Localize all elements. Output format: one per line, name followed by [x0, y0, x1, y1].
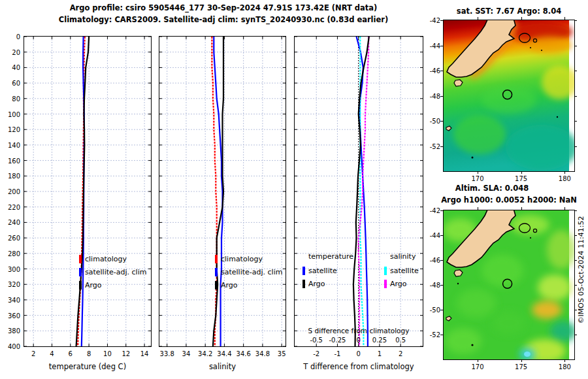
legend-swatch [302, 280, 305, 288]
map-tick-mark [564, 359, 565, 362]
legend-item: climatology [215, 252, 282, 265]
x-tick-label: 6 [69, 350, 73, 357]
depth-tick-label: 100 [0, 110, 20, 118]
map-tick-mark [574, 121, 577, 122]
x-tick-label: 10 [103, 350, 112, 357]
contour-dot [530, 237, 531, 239]
legend-swatch [215, 255, 218, 263]
map-lat-tick-label: -46 [421, 257, 440, 264]
x-tick-label: 2 [399, 350, 402, 357]
contour-dot [541, 50, 542, 51]
legend-swatch [79, 281, 82, 289]
map-lon-tick-label: 180 [559, 175, 571, 182]
legend-label: Argo [308, 280, 325, 288]
temperature-axis-label: temperature (deg C) [24, 362, 151, 371]
map-lat-tick-label: -50 [421, 306, 440, 314]
secondary-tick-label: 0.5 [395, 337, 406, 344]
argo-profile-figure: Argo profile: csiro 5905446_177 30-Sep-2… [0, 0, 588, 379]
salinity-plot-canvas [159, 37, 286, 346]
depth-tick-label: 200 [0, 188, 20, 195]
x-tick-label: 4 [50, 350, 54, 357]
map-lon-tick-label: 175 [515, 175, 527, 182]
sst-map-canvas [444, 20, 574, 171]
depth-tick-label: 300 [0, 265, 20, 272]
sla-cold-spot-core [524, 352, 531, 357]
small-island-dot [471, 344, 473, 346]
depth-tick-label: 240 [0, 219, 20, 226]
map-tick-mark [478, 171, 478, 174]
secondary-tick-label: -0.25 [329, 337, 346, 344]
map-tick-mark [440, 146, 443, 147]
map-tick-mark [574, 335, 577, 335]
legend-label: Argo [85, 281, 102, 289]
map-tick-mark [440, 96, 443, 97]
legend-label: satellite-adj. clim [85, 268, 146, 276]
map-lat-tick-label: -48 [421, 92, 440, 99]
x-tick-label: 14 [140, 350, 149, 357]
map-tick-mark [440, 260, 443, 261]
map-tick-mark [574, 210, 577, 211]
x-tick-label: 35 [278, 350, 286, 357]
x-tick-label: 1 [378, 350, 382, 357]
legend-group: salinitysatelliteArgo [384, 252, 419, 290]
x-tick-label: -2 [313, 350, 319, 357]
depth-tick-label: 260 [0, 235, 20, 242]
map-lat-tick-label: -50 [421, 118, 440, 125]
depth-tick-label: 60 [0, 80, 20, 87]
sst-teal-patch [506, 125, 574, 171]
legend-swatch [79, 255, 82, 263]
secondary-tick-label: 0 [356, 337, 360, 344]
legend-group-title: salinity [384, 252, 419, 264]
legend-item: satellite [302, 264, 353, 277]
small-island-dot [557, 116, 558, 118]
map-tick-mark [564, 17, 565, 20]
sst-map-title: sat. SST: 7.67 Argo: 8.04 [457, 7, 561, 16]
depth-tick-label: 180 [0, 173, 20, 180]
legend-label: climatology [221, 255, 263, 263]
difference-profile-panel: -2-1012T difference from climatologyS di… [294, 36, 423, 347]
map-tick-mark [521, 359, 522, 362]
map-lon-tick-label: 175 [515, 363, 527, 371]
x-tick-label: 33.8 [160, 350, 174, 357]
depth-tick-label: 400 [0, 343, 20, 350]
depth-tick-label: 140 [0, 141, 20, 148]
map-tick-mark [478, 207, 478, 210]
x-tick-label: 34.4 [217, 350, 231, 357]
map-tick-mark [574, 20, 577, 21]
depth-tick-label: 40 [0, 64, 20, 71]
depth-tick-label: 120 [0, 126, 20, 133]
small-island-dot [457, 283, 459, 284]
map-lat-tick-label: -52 [421, 142, 440, 150]
map-tick-mark [440, 235, 443, 236]
legend-group-title: temperature [302, 252, 353, 264]
salinity-axis-label: salinity [159, 362, 286, 371]
map-tick-mark [564, 171, 565, 174]
map-tick-mark [574, 71, 577, 71]
legend-item: satellite-adj. clim [79, 265, 146, 278]
map-tick-mark [574, 46, 577, 46]
legend-label: satellite [390, 267, 419, 275]
map-lat-tick-label: -44 [421, 42, 440, 49]
x-tick-label: 34.2 [198, 350, 212, 357]
depth-tick-label: 380 [0, 327, 20, 335]
map-lat-tick-label: -42 [421, 207, 440, 214]
map-lat-tick-label: -48 [421, 282, 440, 289]
legend-swatch [215, 268, 218, 276]
legend-swatch [384, 280, 387, 288]
legend-swatch [215, 281, 218, 289]
map-tick-mark [521, 171, 522, 174]
sla-map-title-line1: Altim. SLA: 0.048 [455, 184, 529, 193]
map-tick-mark [478, 17, 478, 20]
x-tick-label: 12 [122, 350, 130, 357]
x-tick-label: 34.6 [237, 350, 251, 357]
depth-tick-label: 80 [0, 95, 20, 102]
depth-tick-label: 160 [0, 157, 20, 164]
map-tick-mark [478, 359, 478, 362]
depth-tick-label: 360 [0, 312, 20, 319]
legend: climatologysatellite-adj. climArgo [79, 252, 146, 291]
temperature-plot-canvas [24, 37, 151, 346]
legend-item: Argo [215, 278, 282, 291]
depth-tick-label: 320 [0, 281, 20, 288]
legend-label: Argo [390, 280, 407, 288]
map-tick-mark [521, 207, 522, 210]
